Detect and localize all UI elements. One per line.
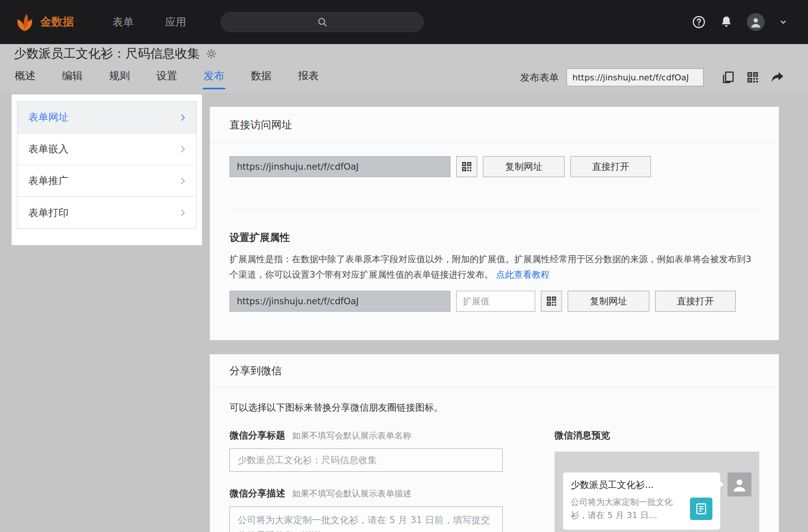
ext-value-input[interactable] bbox=[456, 291, 535, 312]
qr-code-icon bbox=[545, 295, 558, 307]
chevron-right-icon bbox=[178, 208, 188, 218]
primary-nav: 表单 应用 bbox=[113, 0, 186, 44]
tutorial-link[interactable]: 点此查看教程 bbox=[496, 269, 550, 280]
wechat-message-preview: 少数派员工文化衫... 公司将为大家定制一批文化衫，请在 5 月 31 日… bbox=[555, 452, 759, 532]
bell-icon[interactable] bbox=[720, 15, 733, 29]
publish-sidebar: 表单网址 表单嵌入 表单推广 表单打印 bbox=[12, 94, 202, 245]
wechat-desc-textarea[interactable] bbox=[229, 506, 503, 532]
preview-card-description: 公司将为大家定制一批文化衫，请在 5 月 31 日… bbox=[571, 496, 685, 522]
chevron-right-icon bbox=[178, 113, 188, 123]
nav-item-apps[interactable]: 应用 bbox=[165, 0, 186, 44]
global-search-input[interactable] bbox=[221, 12, 424, 32]
section-divider bbox=[229, 208, 759, 208]
wechat-share-title: 分享到微信 bbox=[210, 354, 779, 387]
wechat-preview-label: 微信消息预览 bbox=[555, 429, 759, 442]
help-icon[interactable] bbox=[692, 15, 706, 29]
publish-url-label: 发布表单 bbox=[520, 71, 559, 84]
search-icon bbox=[317, 17, 328, 27]
brand-logo[interactable]: 金数据 bbox=[14, 11, 74, 33]
person-icon bbox=[749, 15, 762, 29]
wechat-share-card: 分享到微信 可以选择以下图标来替换分享微信朋友圈链接图标。 微信分享标题 如果不… bbox=[209, 354, 779, 532]
tab-publish[interactable]: 发布 bbox=[203, 66, 225, 89]
direct-access-title: 直接访问网址 bbox=[210, 107, 779, 143]
tab-rules[interactable]: 规则 bbox=[108, 66, 131, 89]
direct-access-card: 直接访问网址 https://jinshuju.net/f/cdfOaJ 复制网… bbox=[209, 106, 779, 341]
chevron-right-icon bbox=[178, 144, 188, 154]
user-avatar[interactable] bbox=[747, 13, 765, 31]
form-icon bbox=[690, 498, 712, 520]
page-header: 少数派员工文化衫：尺码信息收集 概述 编辑 规则 设置 发布 数据 报表 bbox=[0, 44, 808, 94]
ext-attr-title: 设置扩展属性 bbox=[229, 231, 759, 244]
wechat-desc-label: 微信分享描述 bbox=[229, 487, 285, 500]
wechat-preview-bubble: 少数派员工文化衫... 公司将为大家定制一批文化衫，请在 5 月 31 日… bbox=[563, 472, 720, 530]
page-title: 少数派员工文化衫：尺码信息收集 bbox=[14, 45, 200, 62]
qr-code-icon[interactable] bbox=[745, 70, 760, 85]
qr-code-button[interactable] bbox=[456, 156, 477, 177]
person-icon bbox=[731, 476, 748, 493]
tab-overview[interactable]: 概述 bbox=[14, 66, 36, 89]
sidebar-item-label: 表单打印 bbox=[28, 206, 68, 220]
ext-copy-url-button[interactable]: 复制网址 bbox=[568, 291, 649, 312]
copy-icon[interactable] bbox=[721, 70, 735, 85]
chevron-down-icon[interactable] bbox=[779, 17, 788, 27]
tab-reports[interactable]: 报表 bbox=[297, 66, 320, 89]
gear-icon[interactable] bbox=[206, 48, 217, 59]
brand-name: 金数据 bbox=[40, 14, 74, 30]
sidebar-item-label: 表单网址 bbox=[28, 111, 68, 124]
tab-settings[interactable]: 设置 bbox=[156, 66, 178, 89]
logo-icon bbox=[14, 11, 36, 33]
copy-url-button[interactable]: 复制网址 bbox=[483, 156, 565, 177]
publish-url-group: 发布表单 bbox=[520, 68, 785, 86]
content-area: 表单网址 表单嵌入 表单推广 表单打印 bbox=[0, 94, 808, 532]
navbar-right bbox=[692, 13, 788, 31]
ext-form-url-display[interactable]: https://jinshuju.net/f/cdfOaJ bbox=[229, 291, 450, 312]
sidebar-item-label: 表单推广 bbox=[28, 174, 68, 188]
top-navbar: 金数据 表单 应用 bbox=[0, 0, 808, 44]
share-icon[interactable] bbox=[770, 70, 785, 85]
wechat-title-input[interactable] bbox=[229, 448, 503, 472]
preview-avatar bbox=[728, 472, 752, 496]
qr-code-button[interactable] bbox=[541, 291, 562, 312]
tab-edit[interactable]: 编辑 bbox=[61, 66, 84, 89]
ext-open-url-button[interactable]: 直接打开 bbox=[655, 291, 736, 312]
qr-code-icon bbox=[460, 160, 473, 173]
ext-attr-description: 扩展属性是指：在数据中除了表单原本字段对应值以外，附加的扩展值。扩展属性经常用于… bbox=[229, 251, 759, 282]
publish-url-input[interactable] bbox=[567, 68, 704, 86]
wechat-title-label: 微信分享标题 bbox=[229, 429, 285, 442]
chevron-right-icon bbox=[178, 176, 188, 186]
ext-attr-description-text: 扩展属性是指：在数据中除了表单原本字段对应值以外，附加的扩展值。扩展属性经常用于… bbox=[229, 254, 752, 280]
wechat-share-intro: 可以选择以下图标来替换分享微信朋友圈链接图标。 bbox=[229, 401, 759, 414]
wechat-title-hint: 如果不填写会默认展示表单名称 bbox=[292, 430, 411, 442]
nav-item-forms[interactable]: 表单 bbox=[113, 0, 134, 44]
preview-card-title: 少数派员工文化衫... bbox=[571, 479, 712, 491]
sidebar-item-form-url[interactable]: 表单网址 bbox=[17, 102, 196, 133]
wechat-desc-hint: 如果不填写会默认展示表单描述 bbox=[292, 488, 411, 500]
sidebar-item-form-print[interactable]: 表单打印 bbox=[17, 197, 196, 228]
sidebar-item-form-embed[interactable]: 表单嵌入 bbox=[17, 133, 196, 165]
sidebar-item-form-promotion[interactable]: 表单推广 bbox=[17, 165, 196, 197]
sidebar-item-label: 表单嵌入 bbox=[28, 142, 68, 156]
form-tabs: 概述 编辑 规则 设置 发布 数据 报表 bbox=[14, 66, 320, 89]
tab-data[interactable]: 数据 bbox=[250, 66, 272, 89]
open-url-button[interactable]: 直接打开 bbox=[570, 156, 651, 177]
form-url-display[interactable]: https://jinshuju.net/f/cdfOaJ bbox=[229, 156, 450, 177]
